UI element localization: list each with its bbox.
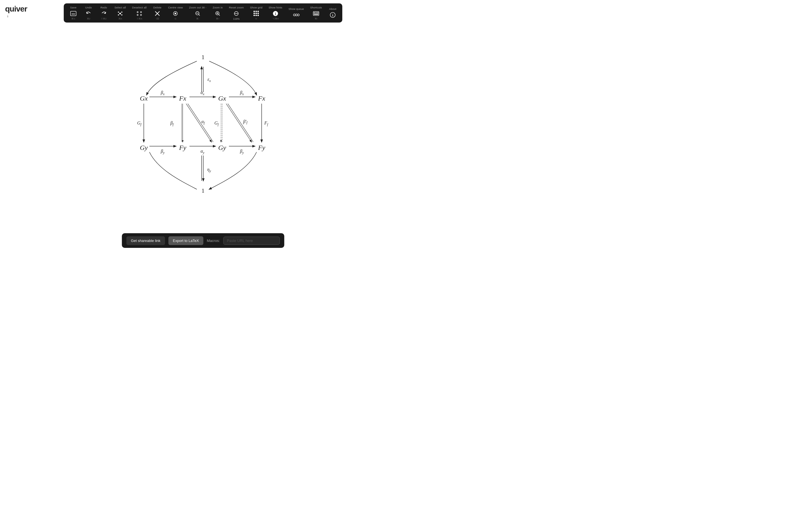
- svg-rect-32: [317, 12, 318, 13]
- delete-button[interactable]: Delete ⌫: [150, 4, 165, 22]
- svg-text:αf: αf: [201, 119, 205, 125]
- svg-text:Gy: Gy: [218, 144, 226, 151]
- svg-point-28: [297, 14, 299, 16]
- select-all-button[interactable]: Select all ⌘A: [112, 4, 129, 22]
- diagram: 1 1 Gx Fx Gx Fx Gy Fy Gy Fy βx: [118, 48, 288, 206]
- zoom-in-button[interactable]: Zoom in ⌘=: [210, 4, 225, 22]
- svg-point-9: [137, 14, 138, 15]
- select-all-icon: [117, 10, 123, 17]
- svg-text:Gx: Gx: [140, 95, 148, 102]
- svg-text:βf: βf: [170, 121, 174, 126]
- show-grid-icon: [253, 10, 259, 17]
- reset-zoom-button[interactable]: Reset zoom 119%: [226, 4, 247, 22]
- svg-text:Ff: Ff: [264, 121, 268, 126]
- deselect-all-button[interactable]: Deselect all ⇧⌘A: [130, 4, 150, 22]
- svg-text:εx: εx: [207, 77, 211, 83]
- svg-point-7: [137, 11, 138, 13]
- macros-url-input[interactable]: [223, 237, 280, 245]
- show-hints-icon: i: [272, 10, 278, 17]
- zoom-out-button[interactable]: Zoom out 38 - ⌘-: [186, 4, 209, 22]
- export-to-latex-button[interactable]: Export to LaTeX: [168, 236, 204, 245]
- reset-zoom-icon: [234, 10, 239, 17]
- svg-text:αx: αx: [200, 90, 204, 96]
- svg-rect-33: [314, 14, 318, 15]
- undo-button[interactable]: Undo ⌘Z: [81, 4, 96, 22]
- svg-point-27: [295, 14, 297, 16]
- show-queue-icon: [293, 11, 300, 18]
- svg-text:Fx: Fx: [258, 95, 265, 102]
- svg-point-6: [121, 14, 122, 15]
- svg-line-63: [186, 104, 211, 142]
- save-icon: WWW: [70, 10, 77, 17]
- svg-text:Fy: Fy: [179, 144, 186, 151]
- svg-line-68: [228, 104, 253, 142]
- svg-point-3: [118, 11, 119, 13]
- show-grid-button[interactable]: Show grid H: [247, 4, 265, 22]
- svg-text:ηy: ηy: [207, 167, 211, 173]
- about-button[interactable]: About i: [325, 6, 340, 20]
- svg-rect-30: [314, 12, 315, 13]
- svg-text:Fy: Fy: [258, 144, 265, 151]
- svg-text:Gf: Gf: [214, 121, 219, 126]
- canvas[interactable]: 1 1 Gx Fx Gx Fx Gy Fy Gy Fy βx: [0, 26, 406, 253]
- svg-text:Gy: Gy: [140, 144, 148, 151]
- svg-text:Fx: Fx: [179, 95, 186, 102]
- svg-text:Gx: Gx: [218, 95, 226, 102]
- redo-button[interactable]: Redo ⇧⌘Z: [96, 4, 111, 22]
- save-button[interactable]: Save WWW ⌘S: [66, 4, 81, 22]
- undo-icon: [86, 10, 91, 17]
- logo-text: quiver: [5, 5, 27, 13]
- deselect-all-icon: [137, 10, 142, 17]
- svg-point-5: [118, 14, 119, 15]
- svg-text:β′f: β′f: [243, 119, 248, 124]
- centre-view-button[interactable]: Centre view G: [165, 4, 186, 22]
- svg-text:βx: βx: [240, 90, 244, 96]
- get-shareable-link-button[interactable]: Get shareable link: [126, 236, 165, 245]
- svg-point-10: [140, 14, 142, 15]
- svg-point-4: [121, 11, 122, 13]
- svg-point-8: [140, 11, 142, 13]
- delete-icon: [155, 10, 160, 17]
- svg-text:WWW: WWW: [71, 13, 75, 15]
- show-queue-button[interactable]: Show queue: [286, 6, 307, 20]
- centre-view-icon: [172, 10, 178, 17]
- svg-point-2: [119, 13, 121, 14]
- svg-text:1: 1: [202, 187, 205, 194]
- show-hints-button[interactable]: Show hints i ⌥⌘H: [266, 4, 285, 22]
- svg-text:βy: βy: [160, 149, 165, 155]
- svg-text:1: 1: [202, 54, 205, 61]
- svg-text:βy: βy: [240, 149, 244, 155]
- svg-line-21: [219, 15, 220, 16]
- svg-line-64: [188, 104, 213, 142]
- svg-rect-31: [315, 12, 317, 13]
- svg-rect-29: [313, 11, 319, 15]
- svg-text:βx: βx: [160, 90, 165, 96]
- macros-label: Macros:: [207, 238, 220, 243]
- svg-point-26: [293, 14, 295, 16]
- svg-line-67: [226, 104, 252, 142]
- toolbar: Save WWW ⌘S Undo ⌘Z Redo ⇧⌘Z Select all: [64, 3, 342, 22]
- svg-text:αy: αy: [200, 149, 204, 155]
- svg-point-14: [174, 13, 176, 14]
- zoom-in-icon: [215, 10, 220, 17]
- bottom-bar: Get shareable link Export to LaTeX Macro…: [122, 233, 284, 248]
- zoom-out-icon: [195, 10, 200, 17]
- shortcuts-button[interactable]: Shortcuts ⌘/: [307, 4, 325, 22]
- svg-text:i: i: [332, 13, 333, 17]
- logo-arrow: ↓: [7, 13, 9, 18]
- redo-icon: [101, 10, 107, 17]
- logo: quiver ↓: [5, 5, 27, 18]
- svg-text:Gf: Gf: [137, 121, 142, 126]
- about-icon: i: [329, 11, 336, 18]
- shortcuts-icon: [313, 10, 319, 17]
- svg-line-17: [199, 15, 200, 16]
